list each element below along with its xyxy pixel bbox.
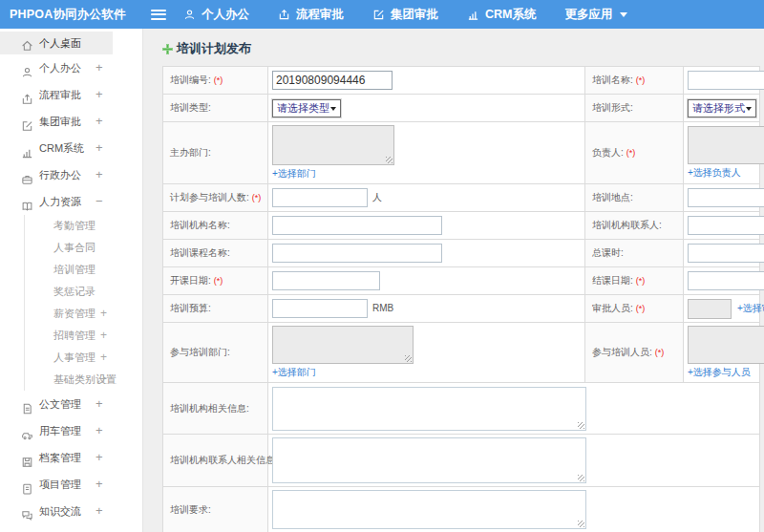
resize-grip-icon[interactable] [578, 475, 584, 481]
nav-label: 集团审批 [391, 7, 438, 23]
briefcase-icon [21, 169, 33, 181]
nav-more-apps[interactable]: 更多应用 [564, 7, 627, 23]
sidebar-subitem-salary[interactable]: 薪资管理+ [25, 303, 142, 325]
page-title: 培训计划发布 [177, 40, 251, 57]
required-mark: (*) [214, 276, 223, 286]
expand-icon[interactable]: + [100, 369, 107, 391]
sidebar-subitem-rewards[interactable]: 奖惩记录 [25, 281, 142, 303]
org-name-input[interactable] [272, 216, 442, 235]
sidebar-item-personal-desktop[interactable]: 个人桌面 [0, 32, 113, 54]
expand-icon[interactable]: + [96, 81, 103, 108]
leader-box[interactable] [688, 126, 764, 164]
sidebar-subitem-label: 奖惩记录 [53, 286, 96, 297]
form-row: 培训机构名称: 培训机构联系人: [163, 212, 760, 240]
training-no-input[interactable] [272, 71, 393, 90]
expand-icon[interactable]: + [96, 135, 103, 161]
nav-label: 个人办公 [202, 7, 249, 23]
top-navigation: 个人办公 流程审批 集团审批 CRM系统 更多应用 [183, 7, 627, 23]
training-name-input[interactable] [688, 71, 764, 90]
approver-box[interactable] [688, 299, 732, 319]
field-label: 培训名称: [592, 74, 633, 85]
project-icon [21, 479, 33, 491]
training-form-select[interactable]: 请选择形式 [688, 99, 756, 117]
sidebar-item-workflow-approval[interactable]: 流程审批 + [0, 81, 142, 108]
expand-icon[interactable]: + [96, 498, 103, 524]
archive-icon [21, 452, 33, 464]
select-leader-link[interactable]: +选择负责人 [688, 167, 741, 178]
sidebar-subitem-recruit[interactable]: 招聘管理+ [25, 325, 142, 347]
field-label: 参与培训人员: [592, 347, 652, 357]
nav-workflow-approval[interactable]: 流程审批 [278, 7, 344, 23]
sidebar-item-documents[interactable]: 公文管理 + [0, 391, 142, 417]
expand-icon[interactable]: + [96, 391, 103, 417]
expand-icon[interactable]: + [100, 303, 107, 325]
sidebar-item-vehicles[interactable]: 用车管理 + [0, 417, 142, 444]
budget-input[interactable] [272, 299, 368, 318]
sidebar-item-hr[interactable]: 人力资源 − [0, 188, 142, 215]
org-info-textarea[interactable] [272, 387, 586, 431]
resize-grip-icon[interactable] [405, 355, 412, 362]
expand-icon[interactable]: + [100, 347, 107, 369]
course-name-input[interactable] [272, 244, 442, 263]
resize-grip-icon[interactable] [578, 521, 584, 527]
select-staff-link[interactable]: +选择参与人员 [688, 367, 751, 377]
sidebar-item-archives[interactable]: 档案管理 + [0, 444, 142, 471]
sidebar-item-crm[interactable]: CRM系统 + [0, 135, 142, 161]
sidebar-subitem-label: 人事管理 [53, 351, 96, 363]
select-approver-link[interactable]: +选择审批人员 [737, 303, 764, 313]
planned-count-input[interactable] [272, 188, 368, 207]
training-type-select[interactable]: 请选择类型 [272, 99, 341, 117]
end-date-input[interactable] [688, 271, 764, 290]
start-date-input[interactable] [272, 271, 380, 290]
sidebar-item-personal-office[interactable]: 个人办公 + [0, 54, 142, 81]
join-dept-box[interactable] [272, 326, 414, 364]
caret-down-icon [746, 107, 752, 111]
join-staff-box[interactable] [688, 326, 764, 364]
expand-icon[interactable]: + [96, 444, 103, 471]
host-dept-box[interactable] [272, 125, 394, 165]
field-label: 计划参与培训人数: [170, 192, 249, 202]
form-row: 培训机构联系人相关信息: [163, 435, 760, 487]
chart-icon [21, 142, 33, 155]
org-contact-input[interactable] [688, 216, 764, 235]
menu-icon[interactable] [151, 10, 166, 20]
expand-icon[interactable]: + [96, 54, 103, 81]
nav-crm-system[interactable]: CRM系统 [467, 7, 536, 23]
sidebar-item-admin-office[interactable]: 行政办公 + [0, 161, 142, 188]
expand-icon[interactable]: + [96, 108, 103, 135]
total-hours-input[interactable] [688, 244, 764, 263]
nav-personal-office[interactable]: 个人办公 [183, 7, 249, 23]
nav-group-approval[interactable]: 集团审批 [372, 7, 438, 23]
sidebar-item-knowledge[interactable]: 知识交流 + [0, 498, 142, 524]
expand-icon[interactable]: + [96, 471, 103, 498]
resize-grip-icon[interactable] [386, 157, 393, 163]
expand-icon[interactable]: + [96, 161, 103, 188]
sidebar-item-label: 用车管理 [39, 425, 81, 436]
required-mark: (*) [214, 75, 223, 85]
collapse-icon[interactable]: − [96, 188, 103, 215]
sidebar-subitem-personnel[interactable]: 人事管理+ [25, 347, 142, 369]
sidebar-subitem-training[interactable]: 培训管理 [25, 259, 142, 281]
select-dept-link[interactable]: +选择部门 [272, 367, 316, 377]
org-contact-info-textarea[interactable] [272, 437, 586, 483]
sidebar-subitem-attendance[interactable]: 考勤管理 [25, 215, 142, 237]
select-dept-link[interactable]: +选择部门 [272, 168, 316, 179]
nav-label: CRM系统 [485, 7, 536, 23]
location-input[interactable] [688, 188, 764, 207]
sidebar-subitem-label: 人事合同 [53, 242, 96, 253]
hr-submenu: 考勤管理 人事合同 培训管理 奖惩记录 薪资管理+ 招聘管理+ 人事管理+ 基础… [24, 215, 142, 391]
sidebar-item-group-approval[interactable]: 集团审批 + [0, 108, 142, 135]
expand-icon[interactable]: + [96, 417, 103, 444]
sidebar-subitem-hr-contract[interactable]: 人事合同 [25, 237, 142, 259]
field-label: 培训要求: [170, 504, 211, 515]
sidebar-subitem-base-category[interactable]: 基础类别设置+ [25, 369, 142, 391]
requirements-textarea[interactable] [272, 490, 586, 529]
form-row: 培训预算: RMB 审批人员:(*) +选择审批人员 [163, 295, 760, 323]
field-label: 总课时: [592, 247, 624, 258]
field-label: 审批人员: [592, 303, 633, 313]
resize-grip-icon[interactable] [578, 422, 584, 429]
sidebar-item-projects[interactable]: 项目管理 + [0, 471, 142, 498]
flow-icon [21, 89, 33, 101]
expand-icon[interactable]: + [100, 325, 107, 347]
form-row: 培训课程名称: 总课时: [163, 240, 760, 267]
